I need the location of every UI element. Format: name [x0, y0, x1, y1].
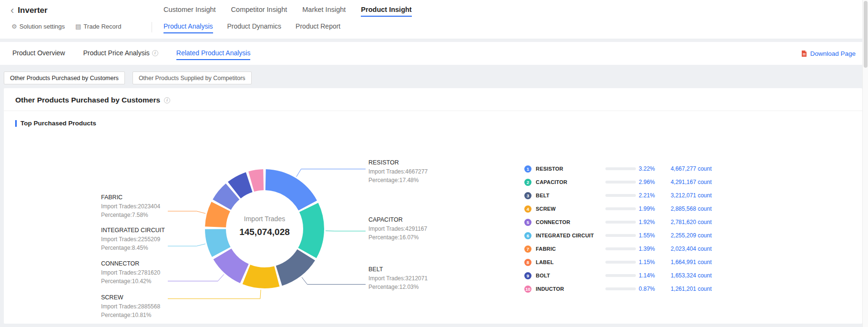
- section-subtitle: Top Purchased Products: [20, 120, 96, 127]
- rank-badge: 2: [524, 179, 531, 186]
- rank-row-inductor[interactable]: 10INDUCTOR0.87%1,261,201 count: [524, 282, 729, 296]
- rank-row-bolt[interactable]: 9BOLT1.14%1,653,324 count: [524, 269, 729, 282]
- rank-row-fabric[interactable]: 7FABRIC1.39%2,023,404 count: [524, 242, 729, 255]
- callout-capacitor: CAPACITORImport Trades:4291167Percentage…: [368, 216, 452, 242]
- rank-progress-bar: [605, 181, 636, 184]
- download-page-label: Download Page: [810, 50, 856, 57]
- rank-progress-bar: [605, 247, 636, 250]
- rank-count: 2,023,404 count: [659, 245, 712, 252]
- tab-competitor-insight[interactable]: Competitor Insight: [231, 6, 287, 17]
- page-header: ‹ Inverter ⚙ Solution settings ▤ Trade R…: [0, 0, 868, 39]
- callout-integrated-circuit: INTEGRATED CIRCUITImport Trades:2255209P…: [101, 227, 184, 252]
- rank-percent: 0.87%: [636, 286, 655, 292]
- callout-percentage: Percentage:16.07%: [368, 234, 452, 242]
- scrollbar-thumb[interactable]: [864, 1, 868, 68]
- tab-product-overview[interactable]: Product Overview: [12, 47, 65, 60]
- callout-product-name: BELT: [368, 266, 452, 273]
- tab-market-insight[interactable]: Market Insight: [302, 6, 346, 17]
- rank-percent: 1.39%: [636, 245, 655, 252]
- callout-import-trades: Import Trades:2255209: [101, 235, 184, 244]
- callout-percentage: Percentage:12.03%: [368, 283, 452, 292]
- solution-settings-label: Solution settings: [20, 23, 65, 30]
- pdf-file-icon: [801, 50, 807, 57]
- rank-percent: 3.22%: [636, 165, 655, 172]
- tab-customer-insight[interactable]: Customer Insight: [163, 6, 216, 17]
- page-title: Inverter: [18, 6, 47, 15]
- rank-row-belt[interactable]: 3BELT2.21%3,212,071 count: [524, 189, 729, 202]
- rank-row-connector[interactable]: 5CONNECTOR1.92%2,781,620 count: [524, 215, 729, 229]
- trade-record-label: Trade Record: [83, 23, 121, 30]
- rank-progress-bar: [605, 234, 636, 237]
- callout-product-name: INTEGRATED CIRCUIT: [101, 227, 184, 234]
- rank-row-screw[interactable]: 4SCREW1.99%2,885,568 count: [524, 202, 729, 215]
- center-metric-value: 145,074,028: [226, 227, 303, 237]
- rank-progress-bar: [605, 167, 636, 170]
- top-products-rank-list: 1RESISTOR3.22%4,667,277 count2CAPACITOR2…: [524, 162, 729, 296]
- tab-related-product-analysis[interactable]: Related Product Analysis: [176, 47, 251, 60]
- callout-import-trades: Import Trades:4667277: [368, 168, 452, 176]
- tab-product-report[interactable]: Product Report: [296, 22, 340, 33]
- center-metric-label: Import Trades: [226, 215, 303, 223]
- rank-row-label[interactable]: 8LABEL1.15%1,664,991 count: [524, 255, 729, 269]
- rank-progress-bar: [605, 194, 636, 197]
- rank-count: 1,653,324 count: [659, 272, 712, 279]
- rank-product-name: BELT: [536, 193, 605, 198]
- rank-badge: 9: [524, 272, 531, 279]
- rank-badge: 5: [524, 219, 531, 226]
- trade-record-link[interactable]: ▤ Trade Record: [75, 23, 121, 30]
- rank-row-capacitor[interactable]: 2CAPACITOR2.96%4,291,167 count: [524, 175, 729, 189]
- callout-percentage: Percentage:8.45%: [101, 244, 184, 253]
- callout-fabric: FABRICImport Trades:2023404Percentage:7.…: [101, 194, 184, 219]
- tab-product-price-analysis[interactable]: Product Price Analysis i: [83, 47, 158, 60]
- callout-import-trades: Import Trades:2885568: [101, 303, 184, 311]
- callout-percentage: Percentage:17.48%: [368, 176, 452, 185]
- callout-import-trades: Import Trades:2023404: [101, 203, 184, 211]
- tab-product-analysis[interactable]: Product Analysis: [163, 22, 213, 33]
- rank-percent: 1.55%: [636, 232, 655, 239]
- rank-product-name: INDUCTOR: [536, 286, 605, 292]
- rank-progress-bar: [605, 287, 636, 290]
- rank-product-name: INTEGRATED CIRCUIT: [536, 233, 605, 238]
- rank-percent: 1.92%: [636, 219, 655, 225]
- rank-row-resistor[interactable]: 1RESISTOR3.22%4,667,277 count: [524, 162, 729, 175]
- download-page-button[interactable]: Download Page: [801, 50, 856, 57]
- tab-product-insight[interactable]: Product Insight: [361, 6, 411, 17]
- callout-percentage: Percentage:10.42%: [101, 277, 184, 286]
- callout-product-name: CONNECTOR: [101, 260, 184, 267]
- rank-percent: 1.14%: [636, 272, 655, 279]
- rank-count: 4,667,277 count: [659, 165, 712, 172]
- main-tabs: Customer Insight Competitor Insight Mark…: [163, 6, 412, 17]
- rank-badge: 3: [524, 192, 531, 199]
- back-icon[interactable]: ‹: [10, 6, 14, 15]
- chip-supplied-by-competitors[interactable]: Other Products Supplied by Competitors: [133, 72, 252, 84]
- rank-badge: 10: [524, 286, 531, 293]
- callout-product-name: RESISTOR: [368, 159, 452, 166]
- chip-purchased-by-customers[interactable]: Other Products Purchased by Customers: [4, 72, 125, 84]
- callout-import-trades: Import Trades:4291167: [368, 225, 452, 234]
- analysis-toolbar: Product Overview Product Price Analysis …: [0, 42, 868, 65]
- tab-product-dynamics[interactable]: Product Dynamics: [227, 22, 282, 33]
- rank-badge: 6: [524, 232, 531, 239]
- rank-product-name: SCREW: [536, 206, 605, 212]
- filter-chips: Other Products Purchased by Customers Ot…: [4, 72, 868, 84]
- rank-row-integrated-circuit[interactable]: 6INTEGRATED CIRCUIT1.55%2,255,209 count: [524, 229, 729, 242]
- rank-product-name: LABEL: [536, 259, 605, 265]
- info-icon[interactable]: i: [152, 50, 158, 56]
- rank-badge: 4: [524, 205, 531, 213]
- rank-count: 2,885,568 count: [659, 205, 712, 212]
- rank-count: 2,255,209 count: [659, 232, 712, 239]
- rank-progress-bar: [605, 221, 636, 224]
- scrollbar-track[interactable]: [862, 0, 868, 327]
- document-icon: ▤: [75, 23, 81, 30]
- rank-count: 1,261,201 count: [659, 286, 712, 292]
- rank-count: 2,781,620 count: [659, 219, 712, 225]
- solution-settings-link[interactable]: ⚙ Solution settings: [11, 23, 65, 30]
- rank-badge: 7: [524, 245, 531, 253]
- info-icon[interactable]: i: [164, 97, 170, 103]
- settings-icon: ⚙: [11, 23, 17, 30]
- rank-percent: 2.96%: [636, 179, 655, 185]
- rank-count: 3,212,071 count: [659, 192, 712, 199]
- donut-center-label: Import Trades 145,074,028: [226, 215, 303, 237]
- callout-import-trades: Import Trades:2781620: [101, 269, 184, 277]
- card-title: Other Products Purchased by Customers: [15, 96, 160, 104]
